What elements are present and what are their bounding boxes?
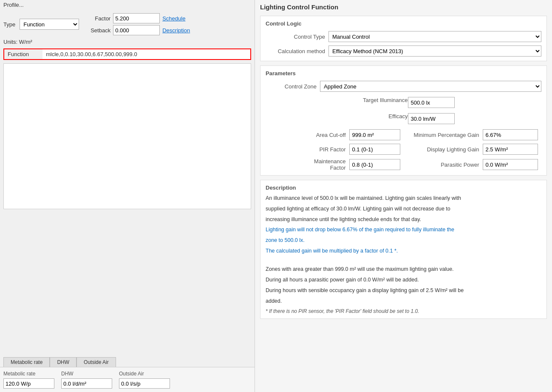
control-logic-rows: Control Type Manual Control Calculation … (266, 31, 541, 57)
type-label: Type (3, 21, 15, 28)
calculation-method-select[interactable]: Efficacy Method (NCM 2013) (328, 45, 541, 57)
parameters-section: Parameters Control Zone Applied Zone Tar… (260, 65, 547, 176)
left-panel: Profile... Type Function Factor Schedule… (0, 0, 255, 392)
type-row: Type Function Factor Schedule Setback De… (0, 10, 255, 37)
units-label: Units: W/m² (3, 39, 32, 45)
area-cutoff-input[interactable] (349, 129, 400, 140)
dhw-label: DHW (61, 371, 112, 377)
schedule-link[interactable]: Schedule (162, 15, 185, 22)
desc-line1: An illuminance level of 500.0 lx will be… (266, 194, 541, 202)
setback-label: Setback (85, 27, 110, 34)
control-zone-select[interactable]: Applied Zone (320, 81, 541, 92)
calculation-method-label: Calculation method (266, 48, 325, 54)
factor-input[interactable] (113, 13, 160, 23)
bottom-tabs: Metabolic rate DHW Outside Air (0, 355, 255, 367)
description-section: Description An illuminance level of 500.… (260, 180, 547, 319)
desc-line3: increasing illuminance until the lightin… (266, 216, 541, 224)
description-note: * If there is no PIR sensor, the 'PIR Fa… (266, 308, 541, 314)
metabolic-rate-input[interactable] (3, 378, 54, 389)
control-type-select[interactable]: Manual Control (328, 31, 541, 42)
outside-air-input[interactable] (119, 378, 170, 389)
maintenance-factor-row: Maintenance Factor Parasitic Power (266, 158, 541, 171)
efficacy-row: Efficacy (266, 113, 541, 124)
maintenance-factor-group: Maintenance Factor (266, 158, 400, 171)
function-highlighted-row: Function mlcle,0,0.10,30.00,6.67,500.00,… (3, 48, 251, 60)
pir-factor-label: PIR Factor (308, 146, 346, 153)
maintenance-factor-label: Maintenance Factor (299, 158, 346, 171)
display-lighting-gain-label: Display Lighting Gain (407, 146, 479, 153)
desc-line6: The calculated gain will be multiplied b… (266, 247, 541, 255)
control-zone-label: Control Zone (266, 83, 317, 90)
display-lighting-gain-group: Display Lighting Gain (407, 144, 542, 155)
efficacy-label: Efficacy (353, 113, 408, 124)
pir-factor-group: PIR Factor (266, 144, 400, 155)
parasitic-power-input[interactable] (483, 159, 538, 170)
control-logic-title: Control Logic (266, 20, 541, 27)
min-pct-gain-input[interactable] (483, 129, 538, 140)
efficacy-input[interactable] (408, 113, 455, 124)
panel-title: Lighting Control Function (260, 3, 547, 11)
setback-input[interactable] (113, 25, 160, 35)
right-panel: Lighting Control Function Control Logic … (255, 0, 552, 392)
desc-line11: added. (266, 297, 541, 305)
area-cutoff-label: Area Cut-off (308, 132, 346, 138)
desc-line2: supplied lighting at efficacy of 30.0 lm… (266, 205, 541, 213)
metabolic-rate-group: Metabolic rate (3, 371, 54, 389)
control-type-row: Control Type Manual Control (266, 31, 541, 42)
function-row-label: Function (4, 49, 42, 59)
tab-dhw[interactable]: DHW (50, 357, 76, 367)
factor-label: Factor (85, 15, 110, 22)
desc-line9: During all hours a parasitic power gain … (266, 276, 541, 284)
profile-label: Profile... (3, 2, 24, 8)
desc-line10: During hours with sensible occupancy gai… (266, 287, 541, 295)
outside-air-label: Outside Air (119, 371, 170, 377)
description-title: Description (266, 185, 541, 191)
display-lighting-gain-input[interactable] (483, 144, 538, 155)
target-illuminance-row: Target Illuminance (266, 97, 541, 108)
desc-line4: Lighting gain will not drop below 6.67% … (266, 226, 541, 234)
main-area (3, 63, 251, 209)
control-logic-section: Control Logic Control Type Manual Contro… (260, 16, 547, 61)
control-zone-row: Control Zone Applied Zone (266, 81, 541, 92)
dhw-group: DHW (61, 371, 112, 389)
tab-metabolic-rate[interactable]: Metabolic rate (3, 357, 50, 367)
type-select[interactable]: Function (20, 19, 79, 30)
tab-outside-air[interactable]: Outside Air (76, 357, 116, 367)
area-cutoff-group: Area Cut-off (266, 129, 400, 140)
parameters-title: Parameters (266, 70, 541, 77)
calculation-method-row: Calculation method Efficacy Method (NCM … (266, 45, 541, 57)
target-illuminance-label: Target Illuminance (353, 97, 408, 108)
desc-line5: zone to 500.0 lx. (266, 236, 541, 244)
pir-factor-input[interactable] (349, 144, 400, 155)
metabolic-rate-label: Metabolic rate (3, 371, 54, 377)
profile-bar: Profile... (0, 0, 255, 10)
setback-row: Setback Description (85, 25, 190, 35)
parasitic-power-label: Parasitic Power (407, 162, 479, 168)
control-type-label: Control Type (266, 34, 325, 40)
min-pct-gain-label: Minimum Percentage Gain (407, 132, 479, 138)
pir-factor-row: PIR Factor Display Lighting Gain (266, 144, 541, 155)
function-row-value: mlcle,0,0.10,30.00,6.67,500.00,999.0 (42, 49, 250, 59)
description-text: An illuminance level of 500.0 lx will be… (266, 194, 541, 305)
desc-line8: Zones with area greater than 999.0 m² wi… (266, 265, 541, 273)
dhw-input[interactable] (61, 378, 112, 389)
description-link[interactable]: Description (162, 27, 190, 34)
area-cutoff-row: Area Cut-off Minimum Percentage Gain (266, 129, 541, 140)
factor-row: Factor Schedule (85, 13, 190, 23)
factor-setback-fields: Factor Schedule Setback Description (85, 13, 190, 35)
outside-air-group: Outside Air (119, 371, 170, 389)
parasitic-power-group: Parasitic Power (407, 159, 542, 170)
bottom-fields: Metabolic rate DHW Outside Air (0, 367, 255, 392)
min-pct-gain-group: Minimum Percentage Gain (407, 129, 542, 140)
maintenance-factor-input[interactable] (349, 159, 400, 170)
units-row: Units: W/m² (0, 37, 255, 47)
target-illuminance-input[interactable] (408, 97, 455, 108)
